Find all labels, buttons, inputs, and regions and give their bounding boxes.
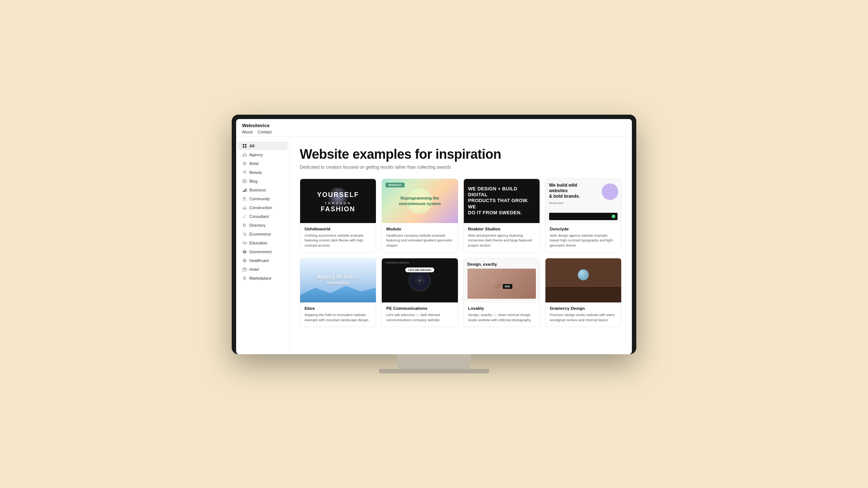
nav-about[interactable]: About — [242, 130, 253, 134]
sidebar-label-agency: Agency — [249, 152, 263, 157]
card-desc-unfolloworld: Clothing ecommerce website example featu… — [305, 233, 371, 248]
page-title: Website examples for inspiration — [300, 147, 622, 162]
svg-rect-33 — [243, 269, 246, 271]
sidebar: All Agency — [236, 137, 289, 354]
card-body-gramercy: Gramercy Design Premium design studio we… — [545, 302, 621, 327]
card-title-reaktor: Reaktor Studios — [468, 227, 535, 231]
sidebar-item-ecommerce[interactable]: Ecommerce — [238, 230, 288, 238]
monitor: Websitevice About Contact — [232, 115, 636, 373]
card-thumb-dunclyde: We build wild websites& bold brands. Rec… — [545, 179, 621, 223]
sidebar-label-all: All — [249, 144, 255, 148]
sidebar-item-community[interactable]: Community — [238, 194, 288, 203]
sidebar-item-all[interactable]: All — [238, 141, 288, 150]
card-body-reaktor: Reaktor Studios Web development agency f… — [464, 223, 540, 252]
card-ebos[interactable]: Mapping the Path toInnovation Ebos Mappi… — [300, 258, 376, 327]
card-body-comms: PE Communications Let's talk telecoms — … — [382, 302, 458, 327]
sidebar-item-construction[interactable]: Construction — [238, 203, 288, 212]
sidebar-item-healthcare[interactable]: Healthcare — [238, 256, 288, 265]
sidebar-label-community: Community — [249, 197, 270, 201]
sidebar-item-directory[interactable]: Directory — [238, 221, 288, 229]
card-title-ebos: Ebos — [305, 306, 371, 311]
svg-point-24 — [244, 235, 245, 236]
body-area: All Agency — [236, 137, 632, 354]
card-title-modulo: Modulo — [386, 227, 453, 231]
card-reaktor[interactable]: WE DESIGN + BUILD DIGITALPRODUCTS THAT G… — [463, 179, 540, 253]
sidebar-label-artist: Artist — [249, 161, 259, 166]
monitor-screen: Websitevice About Contact — [236, 119, 632, 354]
svg-rect-30 — [244, 251, 245, 253]
svg-rect-11 — [244, 190, 245, 192]
sidebar-item-beauty[interactable]: Beauty — [238, 168, 288, 176]
app: Websitevice About Contact — [236, 119, 632, 354]
card-gramercy[interactable]: Gramercy Design Premium design studio we… — [545, 258, 622, 327]
svg-point-21 — [243, 224, 244, 225]
card-thumb-lovably: Design, exactly. MIS — [464, 258, 540, 302]
svg-rect-28 — [243, 253, 246, 253]
healthcare-icon — [242, 258, 247, 263]
card-title-unfolloworld: Unfolloworld — [305, 227, 371, 231]
nav-contact[interactable]: Contact — [258, 130, 272, 134]
sidebar-label-blog: Blog — [249, 179, 257, 183]
card-desc-gramercy: Premium design studio website with warm … — [550, 312, 617, 323]
card-modulo[interactable]: MODULO Reprogramming theneuroimmune syst… — [381, 179, 458, 253]
svg-point-25 — [245, 235, 246, 236]
card-desc-reaktor: Web development agency featuring immersi… — [468, 233, 535, 248]
monitor-base — [379, 369, 489, 373]
page-subtitle: Dedicated to creators focused on getting… — [300, 165, 622, 170]
svg-rect-2 — [243, 146, 244, 148]
card-title-dunclyde: Dunclyde — [550, 227, 617, 231]
sidebar-item-education[interactable]: Education — [238, 238, 288, 247]
svg-rect-1 — [245, 144, 246, 146]
card-desc-modulo: Healthcare company website example featu… — [386, 233, 453, 248]
card-thumb-unfolloworld: FREE YOURSELFTHROUGHFASHION — [300, 179, 376, 223]
sidebar-label-ecommerce: Ecommerce — [249, 232, 271, 236]
card-body-lovably: Lovably Design, exactly. — clean minimal… — [464, 302, 540, 327]
svg-point-14 — [245, 197, 246, 198]
hotel-icon — [242, 267, 247, 272]
sidebar-label-consultant: Consultant — [249, 214, 269, 219]
sidebar-label-directory: Directory — [249, 223, 266, 227]
card-thumb-ebos: Mapping the Path toInnovation — [300, 258, 376, 302]
svg-rect-3 — [245, 146, 246, 148]
sidebar-item-marketplace[interactable]: Marketplace — [238, 274, 288, 282]
card-desc-ebos: Mapping the Path to Innovation website e… — [305, 312, 371, 323]
sidebar-item-consultant[interactable]: Consultant — [238, 212, 288, 220]
sidebar-item-business[interactable]: Business — [238, 186, 288, 194]
svg-rect-29 — [243, 251, 244, 253]
card-title-gramercy: Gramercy Design — [550, 306, 617, 311]
sidebar-item-artist[interactable]: Artist — [238, 159, 288, 168]
government-icon — [242, 249, 247, 254]
svg-rect-10 — [243, 191, 244, 192]
main-content: Website examples for inspiration Dedicat… — [289, 137, 632, 354]
education-icon — [242, 240, 247, 245]
svg-rect-12 — [245, 189, 246, 192]
grid-icon — [242, 143, 247, 148]
card-lovably[interactable]: Design, exactly. MIS — [463, 258, 540, 327]
sidebar-label-marketplace: Marketplace — [249, 276, 271, 280]
svg-rect-31 — [245, 251, 246, 253]
sidebar-item-agency[interactable]: Agency — [238, 150, 288, 159]
svg-point-38 — [419, 279, 421, 281]
svg-rect-0 — [243, 144, 244, 146]
sidebar-item-hotel[interactable]: Hotel — [238, 265, 288, 273]
svg-rect-34 — [244, 268, 245, 269]
sidebar-item-blog[interactable]: Blog — [238, 177, 288, 185]
consultant-icon — [242, 214, 247, 219]
card-dunclyde[interactable]: We build wild websites& bold brands. Rec… — [545, 179, 622, 253]
sidebar-item-government[interactable]: Government — [238, 247, 288, 256]
construction-icon — [242, 205, 247, 210]
card-desc-dunclyde: Web design agency website example based … — [550, 233, 617, 248]
sidebar-label-hotel: Hotel — [249, 267, 259, 272]
community-icon — [242, 196, 247, 201]
card-thumb-reaktor: WE DESIGN + BUILD DIGITALPRODUCTS THAT G… — [464, 179, 540, 223]
card-thumb-gramercy — [545, 258, 621, 302]
svg-point-5 — [244, 163, 245, 164]
sidebar-label-business: Business — [249, 188, 266, 192]
svg-point-23 — [243, 226, 244, 227]
card-comms[interactable]: communications — [381, 258, 458, 327]
top-nav: Websitevice About Contact — [236, 119, 632, 137]
svg-rect-27 — [243, 251, 246, 251]
card-body-unfolloworld: Unfolloworld Clothing ecommerce website … — [300, 223, 376, 252]
agency-icon — [242, 152, 247, 157]
card-unfolloworld[interactable]: FREE YOURSELFTHROUGHFASHION Unfolloworld… — [300, 179, 376, 253]
